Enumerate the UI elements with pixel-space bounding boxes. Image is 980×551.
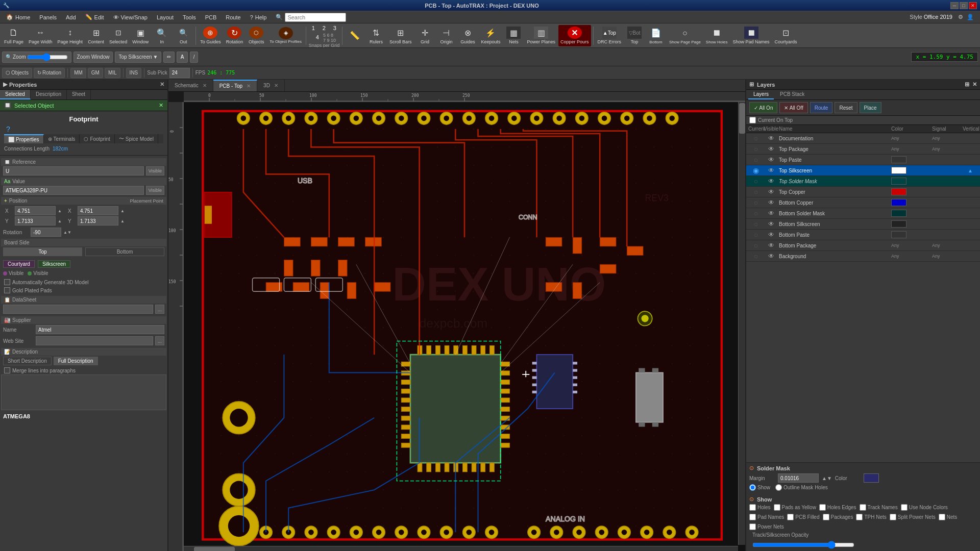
layer-visibility-toggle[interactable]: 👁 — [764, 167, 779, 174]
menu-tools[interactable]: Tools — [179, 13, 200, 21]
page-width-btn[interactable]: ↔ Page Width — [27, 25, 55, 46]
zoom-control[interactable]: 🔍 Zoom — [2, 52, 71, 63]
show-option-checkbox[interactable] — [819, 504, 826, 511]
show-option-item[interactable]: PCB Filled — [787, 514, 819, 520]
properties-close-btn[interactable]: ✕ — [160, 81, 164, 88]
objects-label-btn[interactable]: ⬡Objects — [2, 68, 32, 78]
show-option-checkbox[interactable] — [901, 504, 908, 511]
menu-home[interactable]: 🏠Home — [2, 13, 34, 21]
layer-color-swatch[interactable] — [891, 178, 906, 185]
rotation-label-btn[interactable]: ↻Rotation — [34, 68, 65, 78]
x-position-input[interactable] — [15, 206, 56, 215]
show-option-checkbox[interactable] — [939, 514, 945, 520]
layers-close-btn[interactable]: ✕ — [972, 81, 977, 88]
show-option-item[interactable]: Power Nets — [749, 523, 784, 530]
route-btn[interactable]: Route — [810, 102, 833, 113]
objects-btn[interactable]: ⬡ Objects — [246, 25, 266, 46]
layer-row[interactable]: ◉ 👁 Top Silkscreen ▲ — [746, 165, 980, 176]
layers-tab-pcbstack[interactable]: PCB Stack — [775, 90, 810, 99]
supplier-name-input[interactable] — [36, 325, 164, 334]
menu-help[interactable]: ?Help — [246, 13, 271, 21]
py-position-input[interactable] — [78, 216, 118, 226]
show-pad-names-btn[interactable]: ⬜ Show Holes — [704, 25, 730, 46]
layer-visibility-toggle[interactable]: 👁 — [764, 220, 779, 228]
reference-input[interactable] — [3, 166, 144, 176]
view-bottom-btn[interactable]: ▽Bot Top — [624, 25, 645, 46]
mil-btn[interactable]: MIL — [105, 68, 120, 78]
ins-btn[interactable]: INS — [126, 68, 142, 78]
pcb-canvas[interactable]: 0 50 100 150 200 — [168, 92, 745, 551]
tab-schematic[interactable]: Schematic ✕ — [168, 80, 213, 91]
tab-pcb-top[interactable]: PCB - Top ✕ — [213, 80, 257, 91]
py-spin-up[interactable]: ▲ — [120, 219, 125, 223]
show-option-item[interactable]: Split Power Nets — [890, 514, 936, 520]
y-position-input[interactable] — [15, 216, 56, 226]
show-option-item[interactable]: Holes — [749, 504, 771, 511]
top-side-btn[interactable]: Top — [3, 247, 82, 256]
rulers-btn[interactable]: 📏 — [345, 25, 365, 46]
power-planes-btn[interactable]: ▦ Nets — [503, 25, 524, 46]
courtyards-btn[interactable]: ⬜ Show Pad Names — [731, 25, 772, 46]
fp-tab-spice[interactable]: 〜Spice Model — [115, 134, 158, 143]
reference-visible-btn[interactable]: Visible — [146, 166, 164, 176]
maximize-button[interactable]: □ — [960, 2, 968, 9]
show-option-item[interactable]: Pads as Yellow — [774, 504, 816, 511]
text-tool[interactable]: A — [177, 52, 187, 63]
datasheet-input[interactable] — [3, 305, 153, 314]
mask-color-btn[interactable] — [864, 473, 879, 483]
layer-row[interactable]: ○ 👁 Top Package Any Any — [746, 144, 980, 155]
snap4-btn[interactable]: 4 — [312, 33, 323, 42]
all-on-btn[interactable]: ✓ All On — [749, 102, 777, 113]
full-page-btn[interactable]: 🗋 Full Page — [2, 25, 26, 46]
help-icon[interactable]: ? — [6, 125, 10, 133]
to-object-profiles-btn[interactable]: ◈ To Object Profiles — [267, 25, 304, 46]
vertical-scrollbar-thumb[interactable] — [739, 103, 745, 134]
mm-btn[interactable]: MM — [70, 68, 86, 78]
reset-btn[interactable]: Reset — [835, 102, 857, 113]
menu-viewsnap[interactable]: 👁View/Snap — [109, 13, 152, 21]
show-option-item[interactable]: Nets — [939, 514, 958, 520]
origin-btn[interactable]: ✛ Grid — [414, 25, 435, 46]
layer-row[interactable]: ○ 👁 Top Paste — [746, 155, 980, 165]
all-off-btn[interactable]: ✕ All Off — [779, 102, 807, 113]
show-option-checkbox[interactable] — [749, 504, 756, 511]
px-position-input[interactable] — [78, 206, 118, 215]
layer-row[interactable]: ○ 👁 Documentation Any Any — [746, 133, 980, 144]
scroll-bars-btn[interactable]: ⇅ Rulers — [366, 25, 386, 46]
to-guides-btn[interactable]: ⊕ To Guides — [198, 25, 223, 46]
tab-description[interactable]: Description — [31, 90, 67, 99]
show-option-item[interactable]: Track Names — [860, 504, 898, 511]
search-input[interactable] — [285, 13, 346, 22]
show-option-checkbox[interactable] — [774, 504, 780, 511]
value-visible-btn[interactable]: Visible — [146, 186, 164, 195]
pcb-top-tab-close[interactable]: ✕ — [247, 83, 251, 89]
layer-row[interactable]: ○ 👁 Bottom Copper — [746, 197, 980, 208]
minimize-button[interactable]: ─ — [950, 2, 959, 9]
gm-btn[interactable]: GM — [88, 68, 103, 78]
rotation-input[interactable] — [31, 228, 61, 237]
close-button[interactable]: ✕ — [969, 2, 977, 9]
bottom-side-btn[interactable]: Bottom — [85, 247, 164, 256]
layer-visibility-toggle[interactable]: 👁 — [764, 156, 779, 163]
zoom-window-btn[interactable]: Zoom Window — [74, 52, 113, 63]
layer-color-swatch[interactable] — [891, 188, 906, 195]
px-spin-up[interactable]: ▲ — [120, 209, 125, 213]
keepouts-btn[interactable]: ⊗ Guides — [457, 25, 478, 46]
layer-visibility-toggle[interactable]: 👁 — [764, 178, 779, 185]
fp-tab-footprint[interactable]: ⬡Footprint — [80, 134, 114, 143]
rotation-spin[interactable]: ▲▼ — [63, 230, 71, 235]
tab-3d[interactable]: 3D ✕ — [257, 80, 285, 91]
layer-visibility-toggle[interactable]: 👁 — [764, 135, 779, 142]
window-btn[interactable]: ▣ Window — [130, 25, 151, 46]
show-holes-btn[interactable]: ○ Show Page Page — [667, 25, 703, 46]
fp-tab-terminals[interactable]: ⊛Terminals — [44, 134, 80, 143]
opacity-slider[interactable] — [752, 541, 854, 549]
snap2-btn[interactable]: 2 — [319, 23, 329, 33]
website-input[interactable] — [36, 336, 153, 345]
layer-visibility-toggle[interactable]: 👁 — [764, 242, 779, 249]
current-on-top-checkbox[interactable] — [749, 117, 756, 123]
layer-visibility-toggle[interactable]: 👁 — [764, 253, 779, 260]
layer-row[interactable]: ○ 👁 Bottom Paste — [746, 230, 980, 240]
show-option-item[interactable]: Packages — [823, 514, 853, 520]
show-option-item[interactable]: Pad Names — [749, 514, 784, 520]
